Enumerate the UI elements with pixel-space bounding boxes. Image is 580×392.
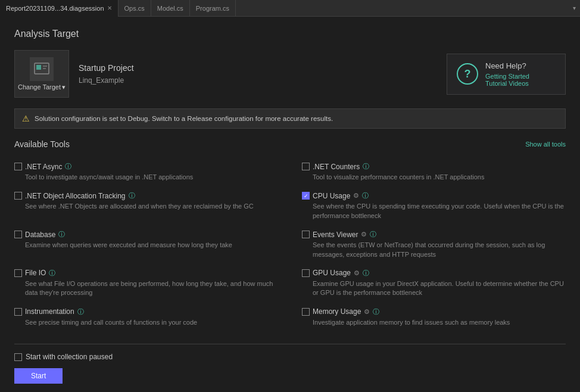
help-text: Need Help? Getting Started Tutorial Vide…	[485, 61, 529, 87]
tool-name-memory-usage: Memory Usage	[313, 307, 361, 316]
warning-text: Solution configuration is set to Debug. …	[35, 115, 333, 122]
tool-info-dotnet-object-alloc[interactable]: ⓘ	[129, 191, 135, 200]
project-icon	[33, 61, 50, 77]
tool-desc-instrumentation: See precise timing and call counts of fu…	[25, 318, 283, 327]
tutorial-videos-link[interactable]: Tutorial Videos	[485, 80, 529, 87]
tool-gear-gpu-usage[interactable]: ⚙	[354, 269, 360, 277]
tool-item-dotnet-counters: .NET Counters ⓘ Tool to visualize perfor…	[290, 157, 566, 186]
tool-checkbox-events-viewer[interactable]	[302, 231, 310, 238]
tool-desc-database: Examine when queries were executed and m…	[25, 241, 283, 250]
tool-checkbox-dotnet-object-alloc[interactable]	[14, 192, 22, 200]
getting-started-link[interactable]: Getting Started	[485, 73, 529, 80]
tab-model-label: Model.cs	[157, 5, 183, 12]
tool-item-dotnet-object-alloc: .NET Object Allocation Tracking ⓘ See wh…	[14, 186, 290, 225]
help-icon: ?	[457, 63, 478, 85]
tab-diagsession-label: Report20231109...34.diagsession	[6, 5, 104, 12]
tab-bar: Report20231109...34.diagsession ✕ Ops.cs…	[0, 0, 580, 17]
tool-info-instrumentation[interactable]: ⓘ	[77, 307, 84, 316]
tab-program[interactable]: Program.cs	[190, 0, 236, 17]
tool-info-cpu-usage[interactable]: ⓘ	[362, 191, 369, 200]
tool-desc-gpu-usage: Examine GPU usage in your DirectX applic…	[313, 279, 566, 298]
collect-paused-label: Start with collection paused	[26, 353, 113, 361]
startup-label: Startup Project	[79, 63, 134, 73]
warning-icon: ⚠	[22, 114, 30, 123]
tool-name-dotnet-async: .NET Async	[25, 163, 62, 171]
tool-item-database: Database ⓘ Examine when queries were exe…	[14, 225, 290, 264]
tool-desc-memory-usage: Investigate application memory to find i…	[313, 318, 566, 327]
tools-header: Available Tools Show all tools	[14, 139, 566, 149]
tool-checkbox-memory-usage[interactable]	[302, 308, 310, 316]
tab-ops-label: Ops.cs	[124, 5, 145, 12]
tool-info-gpu-usage[interactable]: ⓘ	[363, 269, 369, 278]
tool-info-dotnet-async[interactable]: ⓘ	[65, 162, 71, 171]
tool-item-memory-usage: Memory Usage ⚙ ⓘ Investigate application…	[290, 303, 566, 332]
warning-bar: ⚠ Solution configuration is set to Debug…	[14, 108, 566, 129]
show-all-tools-link[interactable]: Show all tools	[525, 141, 566, 148]
tool-item-instrumentation: Instrumentation ⓘ See precise timing and…	[14, 303, 290, 332]
tool-name-gpu-usage: GPU Usage	[313, 269, 351, 277]
tool-info-file-io[interactable]: ⓘ	[49, 269, 55, 278]
project-name: Linq_Example	[79, 76, 134, 85]
tool-checkbox-file-io[interactable]	[14, 269, 22, 277]
tool-name-dotnet-counters: .NET Counters	[313, 163, 360, 171]
tool-desc-events-viewer: See the events (ETW or NetTrace) that oc…	[313, 241, 566, 259]
tool-desc-dotnet-object-alloc: See where .NET Objects are allocated and…	[25, 202, 283, 211]
change-target-icon-area	[30, 57, 54, 81]
change-target-label: Change Target ▾	[18, 83, 66, 91]
tab-program-label: Program.cs	[196, 5, 229, 12]
bottom-area: Start with collection paused Start	[14, 344, 566, 384]
target-left: Change Target ▾ Startup Project Linq_Exa…	[14, 50, 134, 98]
tool-gear-memory-usage[interactable]: ⚙	[364, 308, 370, 316]
tool-info-database[interactable]: ⓘ	[58, 230, 65, 239]
tool-item-cpu-usage: CPU Usage ⚙ ⓘ See where the CPU is spend…	[290, 186, 566, 225]
tool-gear-events-viewer[interactable]: ⚙	[361, 231, 367, 238]
start-button[interactable]: Start	[14, 368, 63, 384]
tab-close-icon[interactable]: ✕	[107, 5, 112, 11]
tab-ops[interactable]: Ops.cs	[119, 0, 151, 17]
svg-rect-1	[36, 65, 41, 70]
tool-checkbox-cpu-usage[interactable]	[302, 192, 310, 200]
tool-name-cpu-usage: CPU Usage	[313, 192, 350, 200]
tool-desc-cpu-usage: See where the CPU is spending time execu…	[313, 202, 566, 220]
tool-desc-dotnet-async: Tool to investigate async/await usage in…	[25, 173, 283, 182]
target-row: Change Target ▾ Startup Project Linq_Exa…	[14, 50, 566, 98]
tab-scroll-arrow[interactable]: ▾	[568, 0, 580, 17]
tool-desc-dotnet-counters: Tool to visualize performance counters i…	[313, 173, 566, 182]
tools-grid: .NET Async ⓘ Tool to investigate async/a…	[14, 157, 566, 332]
change-target-button[interactable]: Change Target ▾	[14, 50, 69, 98]
tool-name-database: Database	[25, 231, 55, 239]
tools-title: Available Tools	[14, 139, 70, 149]
tool-checkbox-database[interactable]	[14, 231, 22, 238]
tool-item-gpu-usage: GPU Usage ⚙ ⓘ Examine GPU usage in your …	[290, 264, 566, 303]
tool-name-instrumentation: Instrumentation	[25, 307, 74, 316]
tool-info-memory-usage[interactable]: ⓘ	[373, 307, 379, 316]
help-box: ? Need Help? Getting Started Tutorial Vi…	[447, 54, 566, 95]
tab-diagsession[interactable]: Report20231109...34.diagsession ✕	[0, 0, 119, 17]
tool-name-dotnet-object-alloc: .NET Object Allocation Tracking	[25, 192, 126, 200]
tool-checkbox-dotnet-counters[interactable]	[302, 163, 310, 170]
tool-info-dotnet-counters[interactable]: ⓘ	[363, 162, 369, 171]
target-info: Startup Project Linq_Example	[79, 63, 134, 85]
main-content: Analysis Target Change Target ▾	[0, 17, 580, 392]
collect-row: Start with collection paused	[14, 353, 566, 361]
tool-desc-file-io: See what File I/O operations are being p…	[25, 279, 283, 298]
tool-item-file-io: File IO ⓘ See what File I/O operations a…	[14, 264, 290, 303]
section-title: Analysis Target	[14, 29, 566, 39]
tool-name-events-viewer: Events Viewer	[313, 231, 358, 239]
tool-checkbox-instrumentation[interactable]	[14, 308, 22, 316]
collect-paused-checkbox[interactable]	[14, 353, 22, 361]
tool-item-dotnet-async: .NET Async ⓘ Tool to investigate async/a…	[14, 157, 290, 186]
tool-name-file-io: File IO	[25, 269, 46, 277]
tool-info-events-viewer[interactable]: ⓘ	[370, 230, 376, 239]
tool-checkbox-dotnet-async[interactable]	[14, 163, 22, 170]
tab-model[interactable]: Model.cs	[151, 0, 190, 17]
help-title: Need Help?	[485, 61, 529, 70]
tool-item-events-viewer: Events Viewer ⚙ ⓘ See the events (ETW or…	[290, 225, 566, 264]
tool-checkbox-gpu-usage[interactable]	[302, 269, 310, 277]
tool-gear-cpu-usage[interactable]: ⚙	[353, 192, 359, 200]
